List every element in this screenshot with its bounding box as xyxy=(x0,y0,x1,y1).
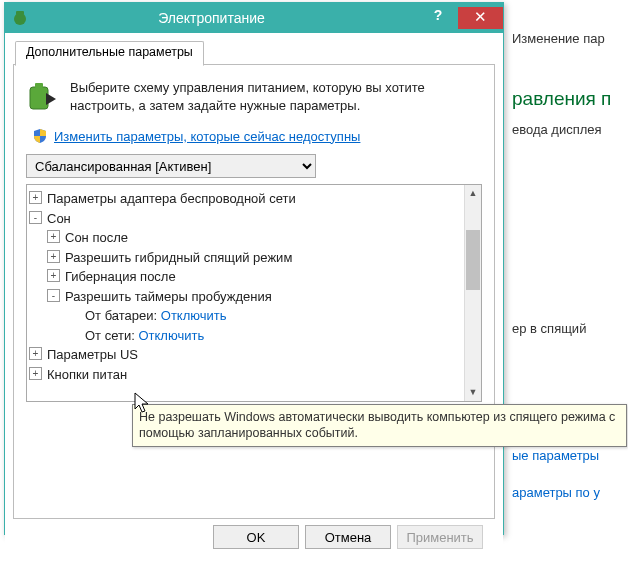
tree-value-on-ac[interactable]: От сети: Отключить xyxy=(65,326,462,346)
tree-value-on-battery[interactable]: От батареи: Отключить xyxy=(65,306,462,326)
tab-advanced[interactable]: Дополнительные параметры xyxy=(15,41,204,66)
value-dropdown[interactable]: Отключить xyxy=(138,328,204,343)
tree-node-wake-timers[interactable]: - Разрешить таймеры пробуждения От батар… xyxy=(47,287,462,346)
bg-heading: равления п xyxy=(508,85,628,113)
tree-node-wireless-adapter[interactable]: + Параметры адаптера беспроводной сети xyxy=(29,189,462,209)
intro-text: Выберите схему управления питанием, кото… xyxy=(70,79,482,114)
scroll-up-icon[interactable]: ▲ xyxy=(465,185,481,202)
titlebar: Электропитание ? ✕ xyxy=(5,3,503,33)
expand-icon[interactable]: + xyxy=(29,191,42,204)
bg-text: евода дисплея xyxy=(508,119,628,140)
bg-link[interactable]: ые параметры xyxy=(512,448,599,463)
tree-node-sleep[interactable]: - Сон + Сон после + Разрешить гибридный … xyxy=(29,209,462,346)
power-options-dialog: Электропитание ? ✕ Дополнительные параме… xyxy=(4,2,504,535)
tabstrip: Дополнительные параметры xyxy=(13,39,495,65)
tree-node-sleep-after[interactable]: + Сон после xyxy=(47,228,462,248)
value-dropdown[interactable]: Отключить xyxy=(161,308,227,323)
battery-icon xyxy=(26,79,60,113)
scroll-track[interactable] xyxy=(465,202,481,384)
expand-icon[interactable]: + xyxy=(29,367,42,380)
expand-icon[interactable]: + xyxy=(47,230,60,243)
shield-icon xyxy=(32,128,48,144)
tree-node-power-buttons[interactable]: + Кнопки питан xyxy=(29,365,462,385)
collapse-icon[interactable]: - xyxy=(29,211,42,224)
power-plan-select[interactable]: Сбалансированная [Активен] xyxy=(26,154,316,178)
svg-rect-2 xyxy=(30,87,48,109)
collapse-icon[interactable]: - xyxy=(47,289,60,302)
tree-node-usb[interactable]: + Параметры US xyxy=(29,345,462,365)
intro-row: Выберите схему управления питанием, кото… xyxy=(26,79,482,114)
svg-rect-1 xyxy=(16,11,24,15)
tab-page: Выберите схему управления питанием, кото… xyxy=(13,65,495,519)
dialog-client: Дополнительные параметры Выберите схему … xyxy=(5,33,503,557)
tree-node-hibernate-after[interactable]: + Гибернация после xyxy=(47,267,462,287)
settings-tree-container: + Параметры адаптера беспроводной сети -… xyxy=(26,184,482,402)
scroll-down-icon[interactable]: ▼ xyxy=(465,384,481,401)
expand-icon[interactable]: + xyxy=(47,250,60,263)
bg-link[interactable]: араметры по у xyxy=(512,485,600,500)
settings-tree[interactable]: + Параметры адаптера беспроводной сети -… xyxy=(27,185,464,401)
apply-button: Применить xyxy=(397,525,483,549)
tooltip: Не разрешать Windows автоматически вывод… xyxy=(132,404,627,447)
cursor-icon xyxy=(134,392,152,416)
scroll-thumb[interactable] xyxy=(466,230,480,290)
tree-scrollbar[interactable]: ▲ ▼ xyxy=(464,185,481,401)
bg-text: ер в спящий xyxy=(508,318,628,339)
dialog-buttons: OK Отмена Применить xyxy=(13,519,495,549)
window-title: Электропитание xyxy=(35,10,418,26)
cancel-button[interactable]: Отмена xyxy=(305,525,391,549)
ok-button[interactable]: OK xyxy=(213,525,299,549)
tree-node-hybrid-sleep[interactable]: + Разрешить гибридный спящий режим xyxy=(47,248,462,268)
expand-icon[interactable]: + xyxy=(29,347,42,360)
admin-link-row: Изменить параметры, которые сейчас недос… xyxy=(32,128,480,144)
expand-icon[interactable]: + xyxy=(47,269,60,282)
change-unavailable-link[interactable]: Изменить параметры, которые сейчас недос… xyxy=(54,129,360,144)
bg-text: Изменение пар xyxy=(508,28,628,49)
close-button[interactable]: ✕ xyxy=(458,7,503,29)
help-button[interactable]: ? xyxy=(418,7,458,29)
power-icon xyxy=(11,9,29,27)
svg-rect-3 xyxy=(35,83,43,88)
